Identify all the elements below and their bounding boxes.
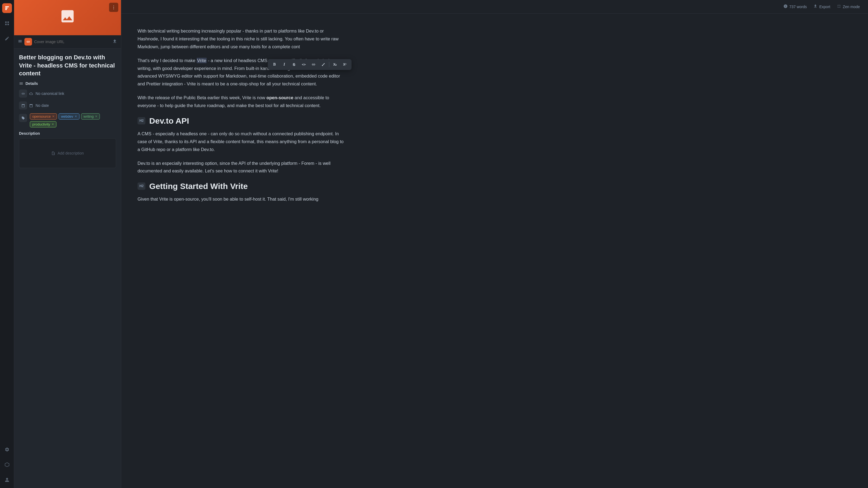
heading-getting-started-text: Getting Started With Vrite (149, 181, 248, 191)
paragraph-3: With the release of the Public Beta earl… (137, 94, 344, 109)
format-bold[interactable]: B (271, 61, 279, 68)
cover-image-area: ⋮ (14, 0, 121, 35)
pen-icon[interactable] (2, 34, 12, 43)
date-icon (19, 101, 27, 109)
gear-icon[interactable] (2, 445, 12, 454)
tag-webdev[interactable]: webdev ✕ (59, 113, 80, 120)
logo-icon[interactable] (2, 3, 12, 13)
details-section: Details No canonical link (14, 82, 121, 131)
details-header[interactable]: Details (19, 82, 116, 86)
tag-writing[interactable]: writing ✕ (81, 113, 100, 120)
tag-productivity-remove[interactable]: ✕ (52, 123, 54, 126)
zen-icon (837, 4, 841, 9)
heading-devto-api-text: Dev.to API (149, 116, 189, 126)
date-no-icon (29, 101, 33, 109)
format-strikethrough[interactable]: S (290, 61, 298, 68)
canonical-icon (19, 90, 27, 98)
heading-devto-api: H2 Dev.to API (137, 116, 344, 126)
paragraph-1: With technical writing becoming increasi… (137, 27, 344, 51)
word-count-text: 737 words (789, 5, 807, 9)
hexagon-icon[interactable] (2, 460, 12, 469)
sidebar: ⋮ Better blogging on Dev.to with Vrite -… (14, 0, 121, 488)
tag-productivity[interactable]: productivity ✕ (30, 121, 56, 127)
tag-opensource-remove[interactable]: ✕ (52, 115, 55, 118)
format-divider (329, 62, 329, 67)
svg-marker-4 (5, 463, 9, 467)
h2-badge-1: H2 (137, 117, 145, 124)
icon-rail (0, 0, 14, 488)
description-box[interactable]: Add description (19, 138, 116, 168)
cover-url-link-icon[interactable] (24, 38, 32, 45)
tag-opensource[interactable]: opensource ✕ (30, 113, 57, 120)
format-subscript[interactable]: X₂ (331, 61, 339, 68)
cover-image-icon (59, 8, 76, 27)
tags-icon (19, 114, 27, 122)
format-code[interactable]: <> (300, 61, 308, 68)
format-superscript[interactable]: X² (341, 61, 349, 68)
heading-getting-started: H2 Getting Started With Vrite (137, 181, 344, 191)
devto-api-para-2: Dev.to is an especially interesting opti… (137, 159, 344, 175)
zen-mode-item[interactable]: Zen mode (837, 4, 860, 9)
format-toolbar: B I S <> X₂ X² (268, 59, 351, 70)
highlighted-vrite: Vrite (197, 58, 207, 63)
zen-mode-label: Zen mode (843, 5, 860, 9)
tag-webdev-remove[interactable]: ✕ (74, 115, 77, 118)
h2-badge-2: H2 (137, 183, 145, 190)
tags-row: opensource ✕ webdev ✕ writing ✕ producti… (19, 113, 116, 127)
export-item[interactable]: Export (813, 4, 830, 9)
top-bar: 737 words Export Zen mode (121, 0, 868, 13)
canonical-text: No canonical link (35, 91, 64, 96)
cover-url-bar (14, 35, 121, 48)
description-section: Description Add description (14, 131, 121, 173)
grid-icon[interactable] (2, 19, 12, 28)
date-row: No date (19, 101, 116, 109)
description-placeholder: Add description (51, 151, 84, 155)
info-icon (783, 4, 788, 9)
svg-rect-1 (7, 22, 9, 23)
editor-content[interactable]: With technical writing becoming increasi… (137, 27, 344, 203)
svg-rect-0 (5, 22, 6, 23)
tag-writing-remove[interactable]: ✕ (95, 115, 97, 118)
article-title: Better blogging on Dev.to with Vrite - h… (14, 48, 121, 82)
word-count-item[interactable]: 737 words (783, 4, 807, 9)
sidebar-menu-icon[interactable] (18, 39, 22, 44)
description-label: Description (19, 131, 116, 135)
bold-open-source: open-source (267, 95, 293, 100)
svg-rect-3 (7, 24, 9, 25)
getting-started-para-1: Given that Vrite is open-source, you'll … (137, 195, 344, 203)
cover-url-input[interactable] (34, 40, 110, 44)
upload-icon[interactable] (112, 39, 117, 45)
date-text: No date (35, 103, 49, 108)
format-link[interactable] (310, 61, 318, 68)
editor-area: 737 words Export Zen mode B I S <> (121, 0, 868, 488)
details-label: Details (26, 82, 38, 86)
format-italic[interactable]: I (280, 61, 288, 68)
export-label: Export (819, 5, 830, 9)
dots-icon: ⋮ (112, 5, 116, 10)
svg-rect-2 (5, 24, 6, 25)
add-description-text: Add description (58, 151, 84, 155)
tags-container: opensource ✕ webdev ✕ writing ✕ producti… (30, 113, 116, 127)
format-highlight[interactable] (319, 61, 328, 68)
user-icon[interactable] (2, 475, 12, 485)
cover-menu-button[interactable]: ⋮ (109, 3, 118, 12)
devto-api-para-1: A CMS - especially a headless one - can … (137, 130, 344, 154)
canonical-row: No canonical link (19, 90, 116, 98)
canonical-no-link-icon (29, 90, 33, 98)
export-icon (813, 4, 817, 9)
